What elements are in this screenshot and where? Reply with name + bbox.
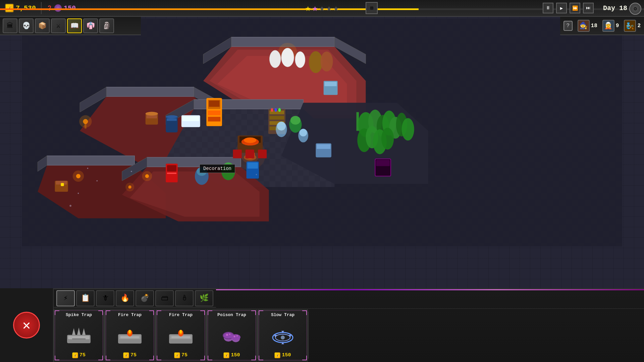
item-tabs: ⚡ 📋 🗡 🔥 💣 🗃 🕯 🌿 bbox=[54, 289, 216, 308]
item-tab-box[interactable]: 🗃 bbox=[155, 290, 174, 306]
fire-trap-1-name: Fire Trap bbox=[118, 312, 142, 317]
item-tab-all[interactable]: ⚡ bbox=[56, 290, 75, 306]
day-counter: Day 18 bbox=[603, 4, 627, 12]
poison-trap-cost-amount: 150 bbox=[231, 352, 240, 358]
fire-trap-2-name: Fire Trap bbox=[169, 312, 193, 317]
svg-marker-123 bbox=[72, 328, 75, 335]
mana-icon bbox=[54, 4, 62, 12]
toolbar-btn-sword[interactable]: ⚔ bbox=[51, 18, 66, 33]
slow-trap-cost-amount: 150 bbox=[282, 352, 291, 358]
fire-trap-2-cost-icon: 💰 bbox=[174, 352, 180, 358]
fire-trap-1-cost-amount: 75 bbox=[130, 352, 137, 358]
card-corner-br bbox=[302, 356, 307, 360]
slow-trap-image bbox=[269, 323, 296, 347]
warrior-count: 18 bbox=[591, 23, 597, 29]
card-corner-br bbox=[98, 356, 103, 360]
item-tab-spike[interactable]: 🗡 bbox=[96, 290, 114, 306]
toolbar-btn-figure[interactable]: 🗿 bbox=[99, 18, 114, 33]
card-corner-bl bbox=[55, 356, 59, 360]
card-corner-br bbox=[200, 356, 205, 360]
poison-trap-cost: 💰 150 bbox=[223, 352, 240, 358]
item-tab-fire[interactable]: 🔥 bbox=[116, 290, 134, 306]
card-corner-tl bbox=[157, 310, 161, 315]
help-button[interactable]: ? bbox=[564, 21, 573, 31]
item-card-fire-trap-2[interactable]: Fire Trap 💰 75 bbox=[156, 309, 206, 361]
toolbar-btn-book[interactable]: 📖 bbox=[67, 18, 82, 33]
toolbar-btn-skull[interactable]: 💀 bbox=[19, 18, 34, 33]
card-corner-tr bbox=[149, 310, 154, 315]
char-archer: 🧝 9 bbox=[602, 20, 619, 32]
card-corner-tr bbox=[251, 310, 256, 315]
mana-display: ❓ 150 bbox=[42, 0, 81, 16]
card-corner-bl bbox=[157, 356, 161, 360]
archer-count: 9 bbox=[616, 23, 619, 29]
mage-avatar: 🧞 bbox=[624, 20, 636, 32]
star-3: ★ bbox=[319, 2, 325, 14]
spike-trap-cost: 💰 75 bbox=[72, 352, 86, 358]
svg-point-146 bbox=[234, 336, 235, 337]
spike-trap-cost-amount: 75 bbox=[79, 352, 86, 358]
item-card-fire-trap-1[interactable]: Fire Trap 💰 75 bbox=[105, 309, 155, 361]
second-toolbar: 🏛 💀 📦 ⚔ 📖 👘 🗿 bbox=[0, 17, 141, 35]
slow-trap-name: Slow Trap bbox=[271, 312, 294, 317]
svg-point-147 bbox=[236, 335, 238, 337]
fire-trap-2-cost: 💰 75 bbox=[174, 352, 187, 358]
slow-trap-cost: 💰 150 bbox=[274, 352, 291, 358]
char-mage: 🧞 2 bbox=[624, 20, 641, 32]
hud-progress-fill bbox=[0, 8, 419, 10]
poison-trap-cost-icon: 💰 bbox=[223, 352, 229, 358]
card-corner-tr bbox=[200, 310, 205, 315]
card-corner-bl bbox=[208, 356, 212, 360]
svg-point-132 bbox=[129, 330, 131, 333]
card-corner-br bbox=[251, 356, 256, 360]
archer-avatar: 🧝 bbox=[602, 20, 614, 32]
top-hud: 💰 7,530 ❓ 150 ★ ★ ★ ★ ★ ⊞ ⏸ ▶ ⏩ ⏭ Day 18… bbox=[0, 0, 644, 17]
fire-trap-1-cost: 💰 75 bbox=[123, 352, 137, 358]
fire-trap-2-cost-amount: 75 bbox=[181, 352, 187, 358]
cancel-button[interactable]: ✕ bbox=[13, 312, 40, 339]
spike-trap-image bbox=[65, 323, 92, 347]
pause-button[interactable]: ⏸ bbox=[543, 3, 553, 13]
item-tab-plant[interactable]: 🌿 bbox=[195, 290, 213, 306]
right-hud: ? 🧙 18 🧝 9 🧞 2 bbox=[560, 17, 644, 35]
item-tab-bomb[interactable]: 💣 bbox=[136, 290, 154, 306]
star-rating: ★ ★ ★ ★ ★ bbox=[305, 2, 339, 14]
card-corner-tr bbox=[98, 310, 103, 315]
toolbar-btn-arch[interactable]: 🏛 bbox=[3, 18, 17, 33]
spike-trap-cost-icon: 💰 bbox=[72, 352, 78, 358]
card-corner-tl bbox=[55, 310, 59, 315]
card-corner-tl bbox=[208, 310, 212, 315]
fire-trap-1-image bbox=[116, 323, 143, 347]
left-panel: ✕ bbox=[0, 288, 54, 362]
toolbar-btn-cloth[interactable]: 👘 bbox=[83, 18, 98, 33]
svg-marker-125 bbox=[82, 328, 86, 335]
item-tab-list[interactable]: 📋 bbox=[76, 290, 95, 306]
fast-forward-button[interactable]: ⏩ bbox=[570, 3, 580, 13]
card-corner-tl bbox=[259, 310, 263, 315]
settings-button[interactable]: ⚙ bbox=[629, 3, 641, 15]
cancel-icon: ✕ bbox=[22, 317, 31, 334]
star-1: ★ bbox=[305, 2, 311, 14]
star-5: ★ bbox=[333, 2, 339, 14]
card-divider-5 bbox=[308, 312, 309, 359]
svg-point-142 bbox=[226, 334, 228, 336]
svg-point-138 bbox=[180, 330, 182, 333]
mana-amount: 150 bbox=[64, 4, 76, 12]
play-button[interactable]: ▶ bbox=[556, 3, 567, 13]
menu-center-icon[interactable]: ⊞ bbox=[366, 2, 378, 14]
faster-forward-button[interactable]: ⏭ bbox=[583, 3, 594, 13]
gold-display: 💰 7,530 bbox=[0, 0, 41, 16]
bottom-panel: ✕ ⚡ 📋 🗡 🔥 💣 🗃 🕯 🌿 Spike Trap bbox=[0, 288, 644, 362]
toolbar-btn-chest[interactable]: 📦 bbox=[35, 18, 50, 33]
char-warrior: 🧙 18 bbox=[578, 20, 597, 32]
card-corner-tl bbox=[106, 310, 110, 315]
item-card-poison-trap[interactable]: Poison Trap 💰 150 bbox=[207, 309, 257, 361]
item-card-spike-trap[interactable]: Spike Trap 💰 75 bbox=[54, 309, 104, 361]
warrior-avatar: 🧙 bbox=[578, 20, 590, 32]
item-card-slow-trap[interactable]: Slow Trap 💰 150 bbox=[258, 309, 308, 361]
item-tab-torch[interactable]: 🕯 bbox=[175, 290, 194, 306]
card-corner-tr bbox=[302, 310, 307, 315]
fire-trap-2-image bbox=[167, 323, 194, 347]
card-corner-bl bbox=[106, 356, 110, 360]
spike-trap-name: Spike Trap bbox=[66, 312, 92, 317]
